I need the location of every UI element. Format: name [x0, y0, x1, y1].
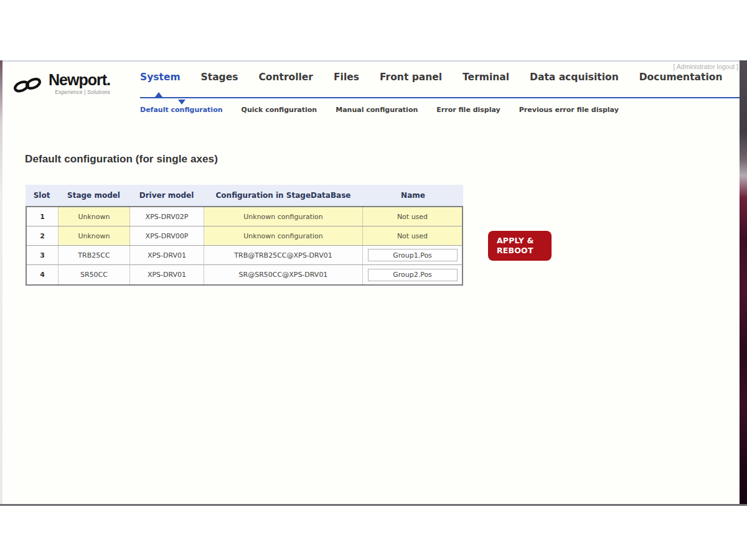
stage-model-cell: SR50CC — [59, 265, 130, 284]
slot-cell: 3 — [27, 246, 59, 265]
page-title: Default configuration (for single axes) — [25, 153, 218, 166]
name-cell — [363, 265, 462, 284]
slot-cell: 2 — [27, 226, 59, 246]
name-input-slot-4[interactable] — [368, 269, 458, 281]
nav-tab-files[interactable]: Files — [334, 72, 359, 83]
column-header-stage-model: Stage model — [58, 191, 129, 200]
table-row-slot-2: 2UnknownXPS-DRV00PUnknown configurationN… — [27, 226, 462, 246]
nav-underline — [140, 97, 742, 98]
nav-tab-controller[interactable]: Controller — [258, 72, 313, 83]
subnav-tab-error-file-display[interactable]: Error file display — [436, 106, 500, 114]
configuration-cell: Unknown configuration — [204, 207, 363, 226]
column-header-driver-model: Driver model — [129, 191, 204, 200]
stage-model-cell: TRB25CC — [59, 246, 130, 265]
apply-reboot-label-line2: REBOOT — [497, 246, 533, 256]
name-cell: Not used — [363, 226, 462, 246]
configuration-cell: SR@SR50CC@XPS-DRV01 — [204, 265, 363, 284]
slot-cell: 4 — [27, 265, 59, 284]
table-header-row: SlotStage modelDriver modelConfiguration… — [26, 185, 463, 206]
main-nav: SystemStagesControllerFilesFront panelTe… — [140, 72, 722, 83]
stage-model-cell: Unknown — [59, 207, 130, 226]
table-row-slot-3: 3TRB25CCXPS-DRV01TRB@TRB25CC@XPS-DRV01 — [27, 246, 462, 265]
nav-tab-front-panel[interactable]: Front panel — [380, 72, 442, 83]
screen: [ Administrator logout ] Newport. Experi… — [0, 0, 747, 560]
newport-logo: Newport. Experience | Solutions — [12, 72, 110, 98]
logo-text: Newport. Experience | Solutions — [49, 72, 110, 95]
slot-cell: 1 — [27, 207, 59, 226]
brand-name: Newport. — [49, 72, 110, 88]
brand-tagline: Experience | Solutions — [55, 89, 110, 95]
page-body: [ Administrator logout ] Newport. Experi… — [0, 60, 747, 504]
left-edge-decoration — [0, 60, 2, 504]
sub-nav: Default configurationQuick configuration… — [140, 106, 619, 114]
right-edge-decoration — [740, 60, 747, 504]
driver-model-cell: XPS-DRV00P — [130, 226, 204, 246]
table-row-slot-4: 4SR50CCXPS-DRV01SR@SR50CC@XPS-DRV01 — [27, 265, 462, 284]
name-cell: Not used — [363, 207, 462, 226]
subnav-tab-default-configuration[interactable]: Default configuration — [140, 106, 223, 114]
driver-model-cell: XPS-DRV01 — [130, 265, 204, 284]
page-bottom-border — [0, 504, 747, 506]
column-header-slot: Slot — [26, 191, 58, 200]
active-subtab-down-arrow-icon — [178, 100, 186, 105]
newport-swirl-icon — [12, 72, 44, 98]
apply-reboot-label-line1: APPLY & — [497, 236, 534, 246]
column-header-configuration-in-stagedatabase: Configuration in StageDataBase — [204, 191, 363, 200]
default-configuration-table: SlotStage modelDriver modelConfiguration… — [26, 185, 463, 286]
logout-link[interactable]: [ Administrator logout ] — [674, 63, 738, 70]
name-input-slot-3[interactable] — [368, 249, 458, 261]
column-header-name: Name — [363, 191, 463, 200]
table-row-slot-1: 1UnknownXPS-DRV02PUnknown configurationN… — [27, 207, 462, 226]
subnav-tab-manual-configuration[interactable]: Manual configuration — [336, 106, 418, 114]
driver-model-cell: XPS-DRV02P — [130, 207, 204, 226]
table-body: 1UnknownXPS-DRV02PUnknown configurationN… — [26, 206, 463, 286]
subnav-tab-previous-error-file-display[interactable]: Previous error file display — [519, 106, 619, 114]
stage-model-cell: Unknown — [59, 226, 130, 246]
nav-tab-stages[interactable]: Stages — [201, 72, 238, 83]
nav-tab-system[interactable]: System — [140, 72, 181, 83]
nav-tab-documentation[interactable]: Documentation — [639, 72, 723, 83]
active-tab-up-arrow-icon — [155, 92, 162, 97]
configuration-cell: Unknown configuration — [204, 226, 363, 246]
configuration-cell: TRB@TRB25CC@XPS-DRV01 — [204, 246, 363, 265]
nav-tab-terminal[interactable]: Terminal — [463, 72, 509, 83]
driver-model-cell: XPS-DRV01 — [130, 246, 204, 265]
subnav-tab-quick-configuration[interactable]: Quick configuration — [242, 106, 317, 114]
nav-tab-data-acquisition[interactable]: Data acquisition — [530, 72, 619, 83]
apply-reboot-button[interactable]: APPLY & REBOOT — [488, 231, 552, 261]
name-cell — [363, 246, 462, 265]
